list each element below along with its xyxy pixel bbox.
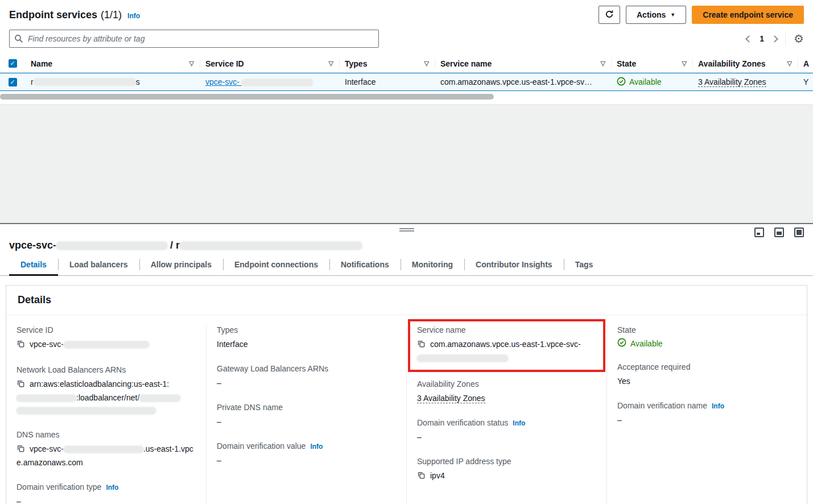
column-header-state-label: State (617, 59, 636, 68)
redacted-service-name-id (417, 355, 508, 362)
column-header-availability-zones[interactable]: Availability Zones ▽ (692, 55, 798, 72)
details-card: Details Service ID vpce-svc- Network Loa… (6, 285, 807, 504)
refresh-button[interactable] (599, 6, 620, 24)
nlb-arn-part1: arn:aws:elasticloadbalancing:us-east-1: (30, 379, 169, 389)
panel-title-prefix: vpce-svc- (9, 239, 56, 251)
panel-layout-split-icon[interactable] (754, 228, 764, 237)
filter-icon[interactable]: ▽ (189, 60, 194, 67)
tab-monitoring[interactable]: Monitoring (401, 257, 464, 275)
tab-tags[interactable]: Tags (564, 257, 605, 275)
row-checkbox-cell: ✓ (0, 73, 25, 90)
column-header-state[interactable]: State ▽ (611, 55, 692, 72)
field-types: Types Interface (217, 325, 396, 350)
state-badge: Available (617, 77, 662, 88)
availability-zones-detail-link[interactable]: 3 Availability Zones (417, 394, 485, 403)
column-header-types-label: Types (345, 59, 367, 68)
nlb-arn-part2: :loadbalancer/net/ (76, 393, 139, 402)
domain-verification-status-value: – (417, 431, 596, 443)
column-header-service-id-label: Service ID (205, 59, 244, 68)
state-value: Available (630, 339, 663, 348)
create-endpoint-service-button[interactable]: Create endpoint service (692, 6, 804, 24)
tab-details[interactable]: Details (9, 257, 58, 275)
tab-load-balancers[interactable]: Load balancers (58, 257, 139, 275)
domain-verification-status-label: Domain verification status (417, 418, 508, 427)
redacted-dns-id (64, 446, 143, 453)
availability-zones-link[interactable]: 3 Availability Zones (698, 77, 766, 87)
panel-layout-bottom-icon[interactable] (774, 228, 784, 237)
panel-layout-full-icon[interactable] (794, 228, 804, 237)
list-toolbar: Endpoint services (1/1) Info Actions ▼ C… (0, 0, 813, 26)
field-domain-verification-value: Domain verification value Info – (217, 441, 396, 466)
page-prev-icon[interactable] (745, 35, 753, 43)
redacted-title-id (56, 242, 167, 250)
row-checkbox[interactable]: ✓ (9, 78, 17, 86)
field-service-name-highlighted: Service name com.amazonaws.vpce.us-east-… (408, 319, 605, 372)
types-value: Interface (217, 338, 396, 350)
page-next-icon[interactable] (771, 35, 778, 43)
row-name-text-end: s (136, 77, 140, 86)
search-input[interactable] (9, 30, 379, 48)
pager-divider (785, 31, 786, 46)
dns-name-prefix: vpce-svc- (30, 444, 64, 453)
column-header-acceptance-label: A (803, 59, 809, 68)
nlb-arns-label: Network Load Balancers ARNs (16, 365, 126, 374)
tab-endpoint-connections[interactable]: Endpoint connections (223, 257, 329, 275)
field-state: State Available (617, 325, 797, 349)
row-types-cell: Interface (339, 73, 435, 90)
private-dns-label: Private DNS name (217, 403, 283, 412)
details-column-2: Types Interface Gateway Load Balancers A… (206, 325, 406, 504)
page-info-link[interactable]: Info (127, 12, 140, 20)
field-dns-names: DNS names vpce-svc-.us-east-1.vpce.amazo… (16, 430, 196, 469)
toolbar-buttons: Actions ▼ Create endpoint service (599, 6, 804, 24)
page-number[interactable]: 1 (760, 34, 764, 43)
copy-icon[interactable] (16, 379, 25, 391)
detail-split-panel: vpce-svc- / r Details Load balancers All… (0, 223, 813, 504)
column-header-name[interactable]: Name ▽ (25, 55, 200, 72)
glb-arns-label: Gateway Load Balancers ARNs (217, 364, 328, 373)
horizontal-scrollbar-thumb[interactable] (0, 94, 494, 100)
panel-title-name: r (176, 239, 180, 251)
domain-verification-type-label: Domain verification type (16, 482, 101, 491)
service-name-value: com.amazonaws.vpce.us-east-1.vpce-svc- (430, 340, 581, 349)
column-header-service-name[interactable]: Service name ▽ (435, 55, 611, 72)
tab-contributor-insights[interactable]: Contributor Insights (464, 257, 564, 275)
tab-allow-principals[interactable]: Allow principals (139, 257, 223, 275)
filter-icon[interactable]: ▽ (787, 60, 792, 67)
select-all-checkbox[interactable]: ✓ (9, 59, 17, 68)
actions-button[interactable]: Actions ▼ (626, 6, 686, 24)
row-name-cell: r s (25, 73, 200, 90)
filter-icon[interactable]: ▽ (682, 60, 687, 67)
filter-icon[interactable]: ▽ (329, 60, 333, 67)
supported-ip-label: Supported IP address type (417, 457, 511, 466)
row-acceptance-value: Y (803, 77, 808, 86)
copy-icon[interactable] (16, 339, 25, 352)
column-header-types[interactable]: Types ▽ (339, 55, 435, 72)
service-id-link[interactable]: vpce-svc- (205, 77, 313, 86)
service-id-value: vpce-svc- (30, 340, 64, 349)
tab-notifications[interactable]: Notifications (329, 257, 401, 275)
domain-verification-value-label: Domain verification value (217, 441, 306, 451)
settings-gear-icon[interactable]: ⚙ (794, 33, 804, 44)
panel-tabs: Details Load balancers Allow principals … (0, 257, 813, 276)
dns-names-label: DNS names (16, 430, 59, 439)
filter-icon[interactable]: ▽ (601, 60, 605, 67)
info-link[interactable]: Info (310, 443, 323, 451)
column-header-service-id[interactable]: Service ID ▽ (200, 55, 339, 72)
details-card-body: Service ID vpce-svc- Network Load Balanc… (6, 315, 807, 504)
info-link[interactable]: Info (106, 484, 118, 491)
info-link[interactable]: Info (712, 402, 724, 410)
copy-icon[interactable] (417, 470, 426, 483)
table-row[interactable]: ✓ r s vpce-svc- Interface com.amazonaws.… (0, 73, 813, 91)
filter-icon[interactable]: ▽ (424, 60, 429, 67)
redacted-lb-name (139, 395, 180, 402)
service-id-label: Service ID (16, 325, 53, 334)
check-circle-icon (617, 338, 626, 349)
copy-icon[interactable] (417, 339, 426, 352)
row-az-cell: 3 Availability Zones (692, 73, 798, 90)
field-domain-verification-type: Domain verification type Info – (16, 482, 196, 504)
redacted-service-id-detail (64, 341, 149, 348)
copy-icon[interactable] (16, 444, 25, 456)
info-link[interactable]: Info (513, 419, 525, 427)
search-box (9, 30, 379, 48)
column-header-acceptance[interactable]: A (798, 55, 813, 72)
